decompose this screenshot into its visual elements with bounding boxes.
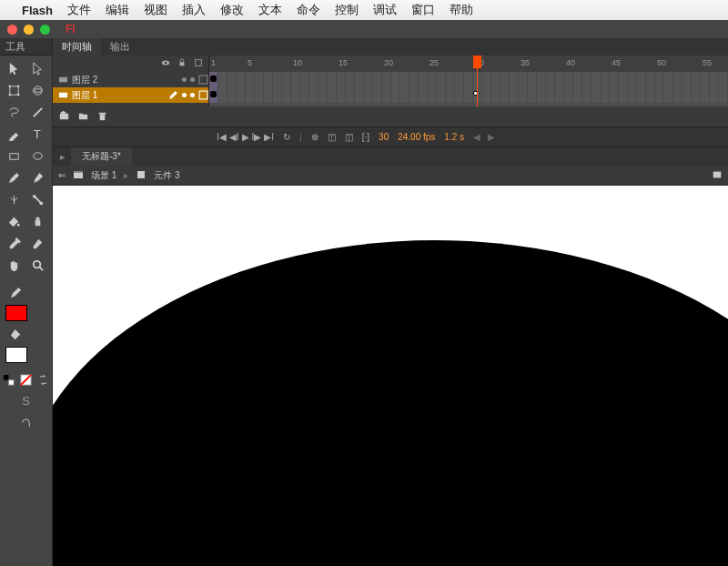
onion-skin-button[interactable]: ◫	[328, 132, 336, 142]
stroke-color-icon	[4, 281, 27, 303]
text-tool[interactable]: T	[26, 123, 50, 145]
edit-multiple-button[interactable]: [·]	[362, 132, 369, 142]
fill-swatch[interactable]	[5, 347, 27, 363]
svg-point-14	[16, 223, 19, 226]
layer-frames[interactable]	[209, 87, 728, 103]
playhead[interactable]	[477, 56, 478, 106]
frames-area[interactable]: 1 5 10 15 20 25 30 35 40 45 50 55	[209, 56, 728, 106]
timeline-panel: 时间轴 输出 图层 2	[53, 38, 728, 147]
layer-frames[interactable]	[209, 72, 728, 87]
free-transform-tool[interactable]	[2, 79, 25, 101]
line-tool[interactable]	[26, 101, 50, 123]
svg-point-6	[34, 88, 42, 92]
document-tab[interactable]: 无标题-3*	[71, 147, 132, 166]
hand-tool[interactable]	[2, 254, 25, 276]
layer-row[interactable]: 图层 2	[53, 72, 208, 87]
3d-rotation-tool[interactable]	[26, 79, 50, 101]
playback-controls[interactable]: I◀ ◀I ▶ I▶ ▶I	[217, 132, 274, 142]
fps-display[interactable]: 24.00 fps	[398, 132, 435, 142]
menu-debug[interactable]: 调试	[373, 2, 397, 18]
eyedropper-tool[interactable]	[2, 232, 25, 254]
menu-file[interactable]: 文件	[67, 2, 91, 18]
menu-insert[interactable]: 插入	[182, 2, 206, 18]
menu-window[interactable]: 窗口	[411, 2, 435, 18]
new-layer-button[interactable]	[58, 110, 70, 124]
next-frame-button[interactable]: I▶	[252, 132, 262, 142]
play-button[interactable]: ▶	[242, 132, 249, 142]
pencil-icon	[168, 90, 178, 100]
svg-rect-25	[180, 62, 185, 66]
tab-timeline[interactable]: 时间轴	[53, 38, 101, 56]
svg-rect-33	[61, 111, 66, 113]
onion-outline-button[interactable]: ◫	[345, 132, 353, 142]
tab-output[interactable]: 输出	[101, 38, 139, 56]
collapse-icon[interactable]: ▸	[60, 151, 66, 163]
svg-rect-38	[137, 171, 145, 178]
svg-rect-35	[99, 112, 106, 114]
tools-panel: 工具 T	[0, 38, 53, 566]
svg-rect-39	[713, 171, 722, 177]
paint-bucket-tool[interactable]	[2, 210, 25, 232]
svg-line-18	[39, 267, 43, 270]
layer-row[interactable]: 图层 1	[53, 87, 208, 103]
deco-tool[interactable]	[2, 188, 25, 210]
center-frame-button[interactable]: ⊕	[311, 132, 318, 142]
scene-crumb[interactable]: 场景 1	[91, 169, 116, 182]
scene-icon	[73, 169, 84, 182]
zoom-tool[interactable]	[26, 254, 50, 276]
lock-icon[interactable]	[177, 58, 187, 69]
edit-scene-button[interactable]	[712, 169, 723, 182]
svg-rect-0	[9, 86, 17, 94]
svg-rect-28	[199, 76, 207, 84]
svg-rect-27	[59, 77, 67, 83]
oval-tool[interactable]	[26, 145, 50, 167]
back-button[interactable]: ⇐	[58, 170, 66, 180]
lasso-tool[interactable]	[2, 101, 25, 123]
snap-option[interactable]	[15, 411, 38, 433]
bone-tool[interactable]	[26, 188, 50, 210]
subselection-tool[interactable]	[26, 57, 50, 79]
prev-frame-button[interactable]: ◀I	[229, 132, 239, 142]
stroke-swatch[interactable]	[5, 305, 27, 321]
svg-point-5	[34, 86, 42, 94]
brush-tool[interactable]	[26, 167, 50, 188]
svg-point-17	[34, 260, 41, 268]
new-folder-button[interactable]	[77, 110, 89, 124]
black-white-swap[interactable]	[0, 369, 17, 390]
first-frame-button[interactable]: I◀	[217, 132, 227, 142]
minimize-window-button[interactable]	[24, 25, 34, 35]
frame-ruler[interactable]: 1 5 10 15 20 25 30 35 40 45 50 55	[209, 56, 728, 72]
zoom-window-button[interactable]	[40, 25, 50, 35]
pencil-tool[interactable]	[2, 167, 25, 188]
eraser-tool[interactable]	[26, 232, 50, 254]
no-color[interactable]	[17, 369, 35, 390]
delete-layer-button[interactable]	[96, 110, 108, 124]
menu-modify[interactable]: 修改	[220, 2, 244, 18]
layer-name: 图层 2	[72, 74, 97, 86]
app-name[interactable]: Flash	[22, 4, 53, 17]
menu-commands[interactable]: 命令	[297, 2, 320, 18]
last-frame-button[interactable]: ▶I	[264, 132, 274, 142]
menu-help[interactable]: 帮助	[450, 2, 473, 18]
swap-colors[interactable]	[35, 369, 52, 390]
document-tab-bar: ▸ 无标题-3*	[53, 147, 728, 166]
symbol-crumb[interactable]: 元件 3	[154, 169, 179, 182]
stage[interactable]	[53, 186, 728, 566]
edit-bar: ⇐ 场景 1 ▸ 元件 3	[53, 166, 728, 186]
eye-icon[interactable]	[161, 58, 170, 69]
menu-control[interactable]: 控制	[335, 2, 359, 18]
selection-tool[interactable]	[2, 57, 25, 79]
outline-icon[interactable]	[194, 58, 203, 69]
loop-button[interactable]: ↻	[283, 132, 290, 142]
rectangle-tool[interactable]	[2, 145, 25, 167]
menu-text[interactable]: 文本	[258, 2, 282, 18]
close-window-button[interactable]	[7, 25, 17, 35]
menu-view[interactable]: 视图	[144, 2, 167, 18]
svg-point-4	[17, 94, 19, 96]
svg-rect-31	[60, 113, 68, 118]
svg-rect-26	[196, 60, 202, 66]
ink-bottle-tool[interactable]	[26, 210, 50, 232]
menu-edit[interactable]: 编辑	[106, 2, 129, 18]
pen-tool[interactable]	[2, 123, 25, 145]
oval-shape[interactable]	[53, 240, 728, 566]
